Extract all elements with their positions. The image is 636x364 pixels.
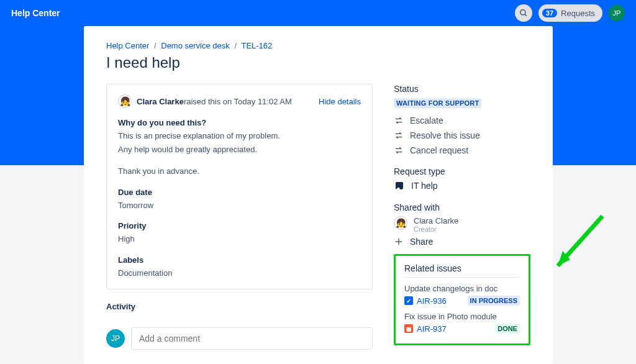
priority-value: High: [118, 233, 361, 245]
search-button[interactable]: [515, 4, 532, 22]
svg-line-5: [558, 216, 602, 266]
why-label: Why do you need this?: [118, 118, 361, 127]
status-heading: Status: [394, 84, 530, 94]
shared-name: Clara Clarke: [414, 216, 458, 225]
app-title[interactable]: Help Center: [11, 8, 60, 18]
user-avatar[interactable]: JP: [609, 5, 625, 21]
comment-input[interactable]: [131, 327, 373, 350]
related-issue-title: Fix issue in Photo module: [404, 312, 520, 321]
related-issues-heading: Related issues: [404, 263, 520, 273]
requests-label: Requests: [561, 9, 595, 18]
labels-value: Documentation: [118, 267, 361, 280]
activity-heading: Activity: [106, 302, 373, 311]
priority-label: Priority: [118, 221, 361, 230]
action-cancel[interactable]: Cancel request: [394, 145, 530, 155]
plus-icon: [394, 237, 404, 247]
transition-icon: [394, 116, 404, 125]
request-details-box: 👧 Clara Clarke raised this on Today 11:0…: [106, 84, 373, 289]
comment-avatar: JP: [106, 329, 125, 348]
svg-marker-6: [558, 251, 570, 266]
related-issue-title: Update changelogs in doc: [404, 284, 520, 293]
task-square-icon: ◼: [404, 324, 413, 333]
main-card: Help Center / Demo service desk / TEL-16…: [84, 26, 553, 364]
related-issue-key[interactable]: AIR-936: [417, 296, 447, 306]
due-date-value: Tomorrow: [118, 199, 361, 212]
hide-details-link[interactable]: Hide details: [319, 97, 361, 106]
breadcrumb-project[interactable]: Demo service desk: [161, 41, 230, 50]
shared-avatar: 👧: [394, 216, 407, 230]
labels-label: Labels: [118, 255, 361, 265]
svg-point-2: [399, 186, 403, 189]
svg-point-0: [520, 10, 525, 15]
raiser-avatar: 👧: [118, 94, 132, 108]
related-issues-box: Related issues Update changelogs in doc …: [394, 254, 530, 345]
action-escalate[interactable]: Escalate: [394, 116, 530, 125]
raised-on-text: raised this on Today 11:02 AM: [184, 97, 292, 106]
search-icon: [519, 9, 528, 17]
related-issue-status: DONE: [495, 324, 520, 334]
svg-line-1: [525, 14, 527, 16]
requests-button[interactable]: 37 Requests: [538, 4, 602, 22]
requests-count-badge: 37: [542, 9, 557, 17]
breadcrumb-root[interactable]: Help Center: [106, 41, 149, 50]
topbar: Help Center 37 Requests JP: [0, 0, 636, 26]
shared-role: Creator: [414, 225, 458, 233]
task-check-icon: ✓: [404, 296, 413, 305]
related-issue[interactable]: Update changelogs in doc ✓ AIR-936 IN PR…: [404, 284, 520, 306]
share-button[interactable]: Share: [394, 237, 530, 247]
request-type-heading: Request type: [394, 166, 530, 176]
transition-icon: [394, 145, 404, 155]
raiser-name: Clara Clarke: [137, 97, 184, 106]
related-issue[interactable]: Fix issue in Photo module ◼ AIR-937 DONE: [404, 312, 520, 334]
action-resolve[interactable]: Resolve this issue: [394, 130, 530, 140]
related-issue-key[interactable]: AIR-937: [417, 324, 447, 334]
request-type-value: IT help: [411, 181, 438, 191]
breadcrumb: Help Center / Demo service desk / TEL-16…: [106, 41, 530, 50]
transition-icon: [394, 130, 404, 140]
due-date-label: Due date: [118, 188, 361, 197]
status-badge: WAITING FOR SUPPORT: [394, 98, 481, 108]
page-title: I need help: [106, 54, 530, 71]
chat-icon: [394, 180, 405, 191]
why-value: This is an precise explanation of my pro…: [118, 130, 361, 178]
breadcrumb-issue[interactable]: TEL-162: [241, 41, 272, 50]
shared-with-heading: Shared with: [394, 202, 530, 212]
related-issue-status: IN PROGRESS: [468, 296, 520, 306]
